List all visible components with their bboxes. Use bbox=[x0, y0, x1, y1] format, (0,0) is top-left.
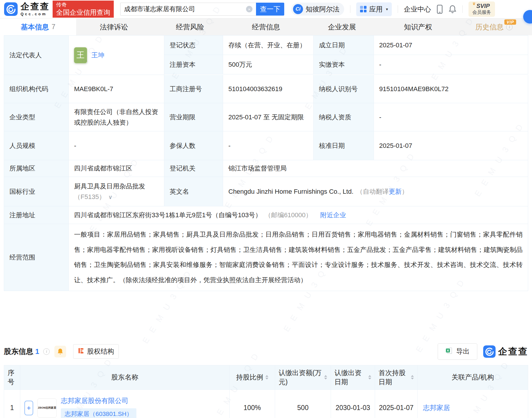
search-bar: × 查一下 bbox=[120, 3, 284, 16]
field-value-reg-capital: 500万元 bbox=[223, 55, 314, 74]
field-label-authority: 登记机关 bbox=[164, 160, 223, 177]
vip-badge: VIP bbox=[504, 19, 516, 25]
field-label-legal-rep: 法定代表人 bbox=[4, 36, 69, 75]
basic-info-table: 法定代表人 王 王坤 登记状态 存续（在营、开业、在册） 成立日期 2025-0… bbox=[4, 35, 528, 291]
field-value-authority: 锦江市场监督管理局 bbox=[223, 160, 528, 177]
english-name: Chengdu Jinzhi Home Furnishings Co., Ltd… bbox=[228, 186, 354, 197]
promo-line2: 全国企业信用查询 bbox=[56, 8, 110, 17]
field-label-reg-status: 登记状态 bbox=[164, 36, 223, 55]
field-value-insured: - bbox=[223, 131, 314, 160]
sort-icon[interactable] bbox=[324, 375, 327, 379]
field-value-region: 四川省成都市锦江区 bbox=[69, 160, 164, 177]
field-label-paid-capital: 实缴资本 bbox=[314, 55, 374, 74]
field-label-staff-size: 人员规模 bbox=[4, 131, 69, 160]
tab-basic-info[interactable]: 基本信息 7 bbox=[0, 19, 76, 35]
tab-label: 基本信息 bbox=[21, 22, 49, 32]
column-header-amount[interactable]: 认缴出资额(万元) bbox=[275, 365, 331, 390]
field-label-est-date: 成立日期 bbox=[314, 36, 374, 55]
sort-icon[interactable] bbox=[368, 375, 371, 379]
apps-label: 应用 bbox=[369, 5, 383, 14]
field-label-taxpayer-id: 纳税人识别号 bbox=[314, 75, 374, 103]
shareholders-title: 股东信息 bbox=[4, 347, 33, 356]
industry-code: （F5135）∨ bbox=[74, 192, 112, 202]
tab-history-info[interactable]: VIP 历史信息 i bbox=[456, 19, 532, 35]
stock-ticker-tag[interactable]: 志邦家居（603801.SH） bbox=[61, 408, 136, 418]
expand-row-button[interactable]: + bbox=[24, 401, 33, 415]
legal-rep-link[interactable]: 王坤 bbox=[91, 50, 104, 60]
divider bbox=[398, 5, 398, 13]
equity-structure-button[interactable]: 股权结构 bbox=[73, 344, 119, 359]
field-label-scope: 经营范围 bbox=[4, 224, 69, 291]
apps-grid-icon bbox=[360, 6, 367, 12]
field-value-staff-size: - bbox=[69, 131, 164, 160]
column-header-ratio[interactable]: 持股比例 bbox=[230, 365, 275, 390]
column-header-first-date[interactable]: 首次持股日期 bbox=[375, 365, 418, 390]
qcc-watermark-text: 企查查 bbox=[498, 345, 528, 358]
legal-rep-avatar[interactable]: 王 bbox=[74, 47, 87, 63]
search-input[interactable] bbox=[124, 5, 246, 13]
export-button[interactable]: 导出 bbox=[438, 343, 477, 360]
clear-icon[interactable]: × bbox=[246, 6, 252, 12]
field-label-company-type: 企业类型 bbox=[4, 103, 69, 131]
qcc-logo[interactable]: 企查查 Qcc.com bbox=[4, 2, 50, 16]
business-scope-text: 一般项目：家居用品销售；家具销售；厨具卫具及日用杂品批发；日用杂品销售；日用百货… bbox=[74, 227, 523, 288]
field-value-taxpayer-qual: - bbox=[374, 103, 528, 131]
field-label-industry: 国标行业 bbox=[4, 177, 69, 206]
tab-operating-info[interactable]: 经营信息 bbox=[228, 19, 304, 35]
field-label-insured: 参保人数 bbox=[164, 131, 223, 160]
shareholder-row: 1 + ZBOM志邦家居 志邦家居股份有限公司 志邦家居（603801.SH） … bbox=[4, 390, 528, 418]
tab-legal-litigation[interactable]: 法律诉讼 bbox=[76, 19, 152, 35]
crown-icon: ♛ bbox=[472, 2, 476, 6]
shareholder-name-link[interactable]: 志邦家居股份有限公司 bbox=[61, 396, 128, 405]
search-box: × bbox=[120, 3, 256, 16]
basic-info-section: 法定代表人 王 王坤 登记状态 存续（在营、开业、在册） 成立日期 2025-0… bbox=[0, 35, 532, 418]
tab-label: 知识产权 bbox=[404, 22, 432, 32]
qcc-watermark-logo: 企查查 bbox=[483, 345, 528, 358]
shareholder-index: 1 bbox=[4, 390, 20, 418]
svip-badge[interactable]: ♛ SVIP 会员服务 bbox=[469, 1, 495, 17]
field-value-paid-capital: - bbox=[374, 55, 528, 74]
nearby-companies-link[interactable]: 附近企业 bbox=[320, 210, 346, 220]
field-value-reg-status: 存续（在营、开业、在册） bbox=[223, 36, 314, 55]
monitor-bell-icon[interactable] bbox=[54, 346, 66, 357]
apps-menu[interactable]: 应用 ▾ bbox=[356, 2, 392, 16]
org-chart-icon bbox=[78, 347, 84, 356]
sort-icon[interactable] bbox=[265, 375, 268, 379]
enterprise-center-link[interactable]: 企业中心 bbox=[404, 5, 431, 14]
export-label: 导出 bbox=[456, 347, 470, 356]
tab-company-development[interactable]: 企业发展 bbox=[304, 19, 380, 35]
field-label-address: 注册地址 bbox=[4, 206, 69, 224]
shareholder-related-link[interactable]: 志邦家居 bbox=[418, 390, 528, 418]
industry-name: 厨具卫具及日用杂品批发 bbox=[74, 181, 145, 191]
search-button[interactable]: 查一下 bbox=[256, 3, 284, 16]
column-header-amount-date[interactable]: 认缴出资日期 bbox=[331, 365, 375, 390]
chevron-down-icon[interactable]: ∨ bbox=[108, 194, 112, 200]
topbar: 企查查 Qcc.com 传奇 全国企业信用查询 × 查一下 Ci 知彼阿尔法 应… bbox=[0, 0, 532, 18]
tab-count: 7 bbox=[51, 23, 55, 31]
field-label-biz-term: 营业期限 bbox=[164, 103, 223, 131]
address-zip: （邮编610000） bbox=[265, 210, 312, 220]
column-header-related: 关联产品/机构 bbox=[418, 365, 528, 390]
tab-operating-risk[interactable]: 经营风险 bbox=[152, 19, 228, 35]
field-label-biz-reg-no: 工商注册号 bbox=[164, 75, 223, 103]
qcc-logo-icon bbox=[4, 2, 18, 16]
tab-label: 法律诉讼 bbox=[100, 22, 128, 32]
field-value-biz-term: 2025-01-07 至 无固定期限 bbox=[223, 103, 314, 131]
zhibi-alpha-link[interactable]: Ci 知彼阿尔法 bbox=[291, 3, 344, 16]
sort-icon[interactable] bbox=[411, 375, 414, 379]
info-icon[interactable]: i bbox=[43, 348, 50, 355]
divider bbox=[350, 5, 350, 13]
mobile-app-icon[interactable] bbox=[437, 5, 443, 14]
promo-banner[interactable]: 传奇 全国企业信用查询 bbox=[53, 1, 114, 18]
translate-update-link[interactable]: 更新 bbox=[389, 188, 402, 195]
svip-title: SVIP bbox=[476, 3, 490, 9]
promo-line1: 传奇 bbox=[56, 1, 110, 8]
notifications-bell-icon[interactable] bbox=[449, 5, 456, 14]
company-tabbar: 基本信息 7 法律诉讼 经营风险 经营信息 企业发展 知识产权 VIP 历史信息… bbox=[0, 18, 532, 35]
zhibi-alpha-icon: Ci bbox=[293, 4, 303, 14]
field-label-region: 所属地区 bbox=[4, 160, 69, 177]
tab-intellectual-property[interactable]: 知识产权 bbox=[380, 19, 456, 35]
top-nav: Ci 知彼阿尔法 应用 ▾ 企业中心 ♛ SVIP bbox=[291, 1, 532, 17]
shareholder-name-cell: + ZBOM志邦家居 志邦家居股份有限公司 志邦家居（603801.SH） bbox=[20, 390, 230, 418]
svip-subtitle: 会员服务 bbox=[472, 9, 491, 16]
